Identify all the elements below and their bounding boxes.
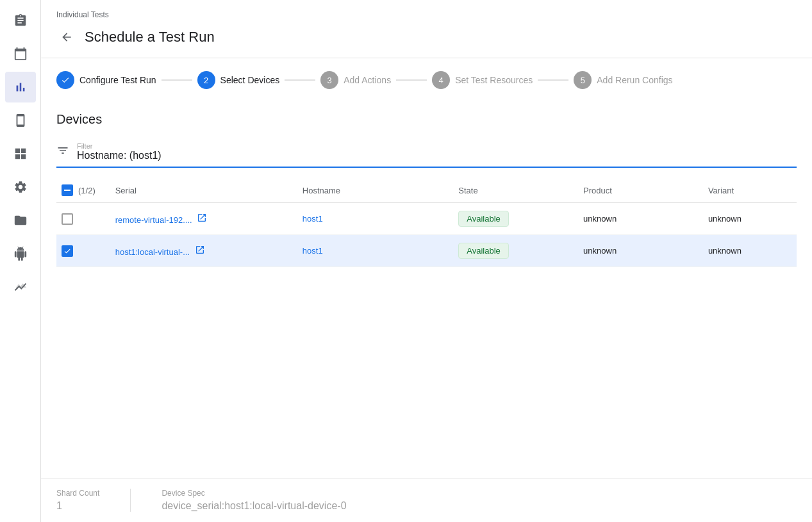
indeterminate-line [64, 190, 70, 191]
step-1[interactable]: Configure Test Run [56, 71, 156, 89]
back-button[interactable] [56, 27, 77, 47]
page-title: Schedule a Test Run [85, 29, 215, 45]
step-3-number: 3 [327, 76, 332, 85]
row-count: (1/2) [78, 186, 95, 195]
row-2-hostname: host1 [297, 235, 453, 267]
shard-count-value: 1 [56, 500, 99, 512]
sidebar-item-folder[interactable] [5, 205, 36, 236]
device-spec-value: device_serial:host1:local-virtual-device… [162, 500, 346, 512]
row-2-checkbox[interactable] [62, 245, 73, 257]
row-1-product: unknown [578, 203, 703, 235]
row-1-external-link-icon[interactable] [197, 213, 207, 223]
stepper: Configure Test Run 2 Select Devices 3 Ad… [41, 58, 812, 102]
row-1-serial-link[interactable]: remote-virtual-192.... [115, 215, 192, 225]
row-2-checkbox-cell[interactable] [56, 235, 110, 267]
device-spec-field: Device Spec device_serial:host1:local-vi… [162, 489, 346, 512]
filter-row[interactable]: Filter Hostname: (host1) [56, 137, 797, 168]
connector-2-3 [285, 79, 315, 81]
device-spec-label: Device Spec [162, 489, 346, 498]
sidebar-item-waveform[interactable] [5, 272, 36, 302]
table-header-checkbox: (1/2) [56, 178, 110, 203]
breadcrumb: Individual Tests [56, 5, 797, 22]
indeterminate-checkbox[interactable] [62, 184, 73, 196]
content-area: Devices Filter Hostname: (host1) [41, 102, 812, 478]
row-2-external-link-icon[interactable] [195, 245, 205, 255]
row-2-serial-link[interactable]: host1:local-virtual-... [115, 247, 190, 257]
bottom-divider [130, 489, 131, 512]
back-icon [60, 31, 73, 44]
row-1-hostname-link[interactable]: host1 [302, 214, 323, 224]
step-4-number: 4 [439, 76, 443, 85]
step-4-circle: 4 [432, 71, 450, 89]
step-1-label: Configure Test Run [79, 75, 156, 85]
page-header: Individual Tests Schedule a Test Run [41, 0, 812, 58]
sidebar-item-android[interactable] [5, 238, 36, 269]
row-2-status-badge: Available [458, 243, 509, 259]
connector-3-4 [396, 79, 427, 81]
step-5-circle: 5 [574, 71, 592, 89]
step-2-number: 2 [204, 76, 208, 85]
shard-count-label: Shard Count [56, 489, 99, 498]
check-icon [61, 76, 70, 85]
sidebar-item-clipboard[interactable] [5, 5, 36, 36]
step-3[interactable]: 3 Add Actions [320, 71, 391, 89]
row-2-state: Available [453, 235, 578, 267]
step-3-circle: 3 [320, 71, 338, 89]
shard-count-field: Shard Count 1 [56, 489, 99, 512]
main-content: Individual Tests Schedule a Test Run Con… [41, 0, 812, 522]
row-1-checkbox[interactable] [62, 213, 73, 225]
row-2-variant: unknown [703, 235, 797, 267]
bottom-panel: Shard Count 1 Device Spec device_serial:… [41, 478, 812, 522]
section-title: Devices [56, 112, 797, 127]
row-2-product: unknown [578, 235, 703, 267]
step-2-circle: 2 [197, 71, 215, 89]
table-header-serial: Serial [110, 178, 297, 203]
sidebar-item-settings[interactable] [5, 172, 36, 202]
filter-content: Filter Hostname: (host1) [77, 142, 162, 161]
step-1-circle [56, 71, 74, 89]
table-header-product: Product [578, 178, 703, 203]
row-1-checkbox-cell[interactable] [56, 203, 110, 235]
step-4-label: Set Test Resources [455, 75, 533, 85]
sidebar-item-phone[interactable] [5, 105, 36, 136]
table-header-hostname: Hostname [297, 178, 453, 203]
table-row[interactable]: host1:local-virtual-... host1 Available … [56, 235, 797, 267]
row-1-state: Available [453, 203, 578, 235]
step-2-label: Select Devices [220, 75, 280, 85]
row-2-serial: host1:local-virtual-... [110, 235, 297, 267]
row-2-hostname-link[interactable]: host1 [302, 246, 323, 256]
sidebar-item-chart[interactable] [5, 72, 36, 102]
filter-icon [56, 144, 69, 159]
step-3-label: Add Actions [344, 75, 391, 85]
table-row[interactable]: remote-virtual-192.... host1 Available u… [56, 203, 797, 235]
table-header-variant: Variant [703, 178, 797, 203]
row-1-status-badge: Available [458, 211, 509, 227]
step-4[interactable]: 4 Set Test Resources [432, 71, 533, 89]
step-5-label: Add Rerun Configs [597, 75, 672, 85]
connector-1-2 [162, 79, 192, 81]
row-1-serial: remote-virtual-192.... [110, 203, 297, 235]
sidebar [0, 0, 41, 522]
check-icon [63, 247, 71, 255]
step-5[interactable]: 5 Add Rerun Configs [574, 71, 672, 89]
row-1-variant: unknown [703, 203, 797, 235]
filter-value: Hostname: (host1) [77, 150, 162, 161]
filter-label: Filter [77, 142, 162, 150]
row-1-hostname: host1 [297, 203, 453, 235]
devices-table: (1/2) Serial Hostname State Product [56, 178, 797, 267]
step-5-number: 5 [581, 76, 585, 85]
step-2[interactable]: 2 Select Devices [197, 71, 280, 89]
sidebar-item-calendar[interactable] [5, 38, 36, 69]
table-header-row: (1/2) Serial Hostname State Product [56, 178, 797, 203]
connector-4-5 [538, 79, 568, 81]
sidebar-item-grid[interactable] [5, 138, 36, 169]
table-header-state: State [453, 178, 578, 203]
